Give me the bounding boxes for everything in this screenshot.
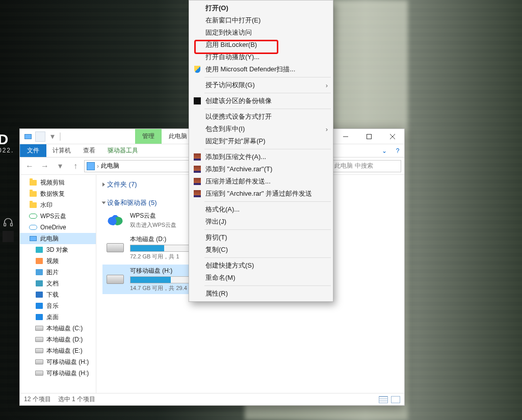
drive-subtitle: 双击进入WPS云盘 (130, 221, 176, 229)
ribbon-drive-tools-tab[interactable]: 驱动器工具 (101, 144, 144, 157)
close-button[interactable] (381, 129, 404, 144)
sidebar-item[interactable]: 本地磁盘 (C:) (20, 323, 96, 334)
menu-separator (204, 109, 331, 109)
backup-icon (193, 97, 201, 105)
ribbon-computer-tab[interactable]: 计算机 (46, 144, 77, 157)
sidebar-item-label: 此电脑 (40, 234, 59, 243)
menu-item-label: 压缩并通过邮件发送... (205, 177, 271, 186)
sidebar-item[interactable]: 下载 (20, 289, 96, 300)
sidebar-item[interactable]: OneDrive (20, 222, 96, 233)
quick-access-toolbar: ▾ (20, 132, 64, 142)
submenu-arrow-icon: › (326, 125, 328, 133)
menu-item[interactable]: 格式化(A)... (190, 203, 332, 216)
navigation-pane: 视频剪辑数据恢复水印WPS云盘OneDrive此电脑3D 对象视频图片文档下载音… (20, 175, 96, 393)
menu-item-label: 复制(C) (205, 245, 228, 254)
svg-rect-1 (11, 223, 13, 226)
disk-icon (35, 358, 43, 366)
menu-item-label: 重命名(M) (205, 273, 236, 282)
sidebar-item-label: 水印 (40, 201, 53, 209)
folder-icon (29, 178, 37, 187)
menu-item-label: 使用 Microsoft Defender扫描... (205, 65, 295, 74)
menu-item[interactable]: 弹出(J) (190, 216, 332, 228)
status-selection: 选中 1 个项目 (58, 395, 95, 404)
view-large-icons-button[interactable] (391, 396, 400, 403)
menu-item[interactable]: 创建该分区的备份镜像 (190, 95, 332, 107)
sidebar-item[interactable]: 可移动磁盘 (H:) (20, 356, 96, 368)
qat-item[interactable] (35, 132, 45, 142)
menu-item[interactable]: 属性(R) (190, 287, 332, 300)
taskbar-square-icon[interactable] (3, 231, 14, 242)
sidebar-item[interactable]: 视频 (20, 255, 96, 267)
menu-separator (204, 285, 331, 286)
menu-item[interactable]: 包含到库中(I)› (190, 123, 332, 135)
sidebar-item[interactable]: 可移动磁盘 (H:) (20, 368, 96, 379)
caret-icon (102, 202, 106, 204)
folder-icon (29, 190, 37, 198)
wallpaper-subtext: 022. (0, 147, 14, 154)
sidebar-item-label: 下载 (46, 291, 59, 299)
menu-item[interactable]: 打开自动播放(Y)... (190, 51, 332, 63)
sidebar-item[interactable]: 本地磁盘 (E:) (20, 345, 96, 356)
sidebar-item-label: 桌面 (46, 313, 59, 322)
menu-item[interactable]: 剪切(T) (190, 231, 332, 244)
nav-history-button[interactable]: ▾ (54, 160, 67, 173)
sidebar-item[interactable]: 视频剪辑 (20, 177, 96, 188)
sidebar-item-label: 可移动磁盘 (H:) (46, 358, 89, 366)
shield-icon (193, 65, 201, 73)
nav-back-button[interactable]: ← (23, 160, 36, 173)
sidebar-item[interactable]: 水印 (20, 199, 96, 211)
menu-item[interactable]: 固定到快速访问 (190, 27, 332, 39)
sidebar-item-label: 图片 (46, 268, 59, 277)
headphones-icon[interactable] (3, 217, 14, 228)
menu-item[interactable]: 添加到压缩文件(A)... (190, 151, 332, 163)
menu-item[interactable]: 创建快捷方式(S) (190, 259, 332, 272)
maximize-button[interactable] (357, 129, 381, 144)
app-icon (23, 132, 33, 142)
menu-separator (204, 201, 331, 202)
sidebar-item-label: 本地磁盘 (C:) (46, 324, 83, 333)
minimize-button[interactable] (334, 129, 357, 144)
qat-dropdown[interactable]: ▾ (47, 132, 58, 142)
sidebar-item[interactable]: WPS云盘 (20, 211, 96, 222)
view-details-button[interactable] (379, 396, 388, 403)
menu-item-label: 格式化(A)... (205, 205, 240, 214)
sidebar-item[interactable]: 图片 (20, 267, 96, 278)
ribbon-view-tab[interactable]: 查看 (77, 144, 101, 157)
sidebar-item[interactable]: 3D 对象 (20, 244, 96, 255)
sidebar-item[interactable]: 桌面 (20, 311, 96, 323)
sidebar-item[interactable]: 此电脑 (20, 233, 96, 244)
doc-icon (35, 279, 43, 287)
menu-item[interactable]: 重命名(M) (190, 272, 332, 284)
menu-item[interactable]: 固定到"开始"屏幕(P) (190, 135, 332, 147)
menu-item[interactable]: 压缩到 "Archive.rar" 并通过邮件发送 (190, 188, 332, 200)
menu-item[interactable]: 压缩并通过邮件发送... (190, 175, 332, 188)
menu-item[interactable]: 在新窗口中打开(E) (190, 14, 332, 27)
menu-item[interactable]: 使用 Microsoft Defender扫描... (190, 63, 332, 75)
menu-item[interactable]: 以便携式设备方式打开 (190, 111, 332, 123)
contextual-tab-manage[interactable]: 管理 (135, 129, 162, 144)
menu-item[interactable]: 添加到 "Archive.rar"(T) (190, 163, 332, 175)
drive-icon (106, 241, 125, 255)
breadcrumb-current[interactable]: 此电脑 (101, 162, 119, 170)
nav-forward-button[interactable]: → (38, 160, 51, 173)
menu-item-label: 打开自动播放(Y)... (205, 52, 259, 62)
sidebar-item[interactable]: 本地磁盘 (D:) (20, 334, 96, 345)
menu-item[interactable]: 复制(C) (190, 244, 332, 256)
sidebar-item[interactable]: 文档 (20, 278, 96, 289)
archive-icon (193, 153, 201, 161)
menu-item[interactable]: 打开(O) (190, 2, 332, 14)
nav-up-button[interactable]: ↑ (69, 160, 82, 173)
help-button[interactable]: ? (391, 144, 404, 157)
sidebar-item-label: 可移动磁盘 (H:) (46, 369, 89, 378)
pc-icon (29, 234, 37, 243)
ribbon-file-tab[interactable]: 文件 (20, 144, 46, 157)
sidebar-item[interactable]: 音乐 (20, 300, 96, 311)
menu-item[interactable]: 启用 BitLocker(B) (190, 39, 332, 51)
sidebar-item-label: WPS云盘 (40, 212, 66, 221)
sidebar-item[interactable]: 数据恢复 (20, 188, 96, 199)
onedrive-icon (29, 223, 37, 231)
menu-item[interactable]: 授予访问权限(G)› (190, 79, 332, 91)
ribbon-expand-button[interactable]: ⌄ (378, 144, 391, 157)
menu-item-label: 创建快捷方式(S) (205, 261, 254, 270)
sidebar-item-label: 3D 对象 (46, 246, 68, 254)
